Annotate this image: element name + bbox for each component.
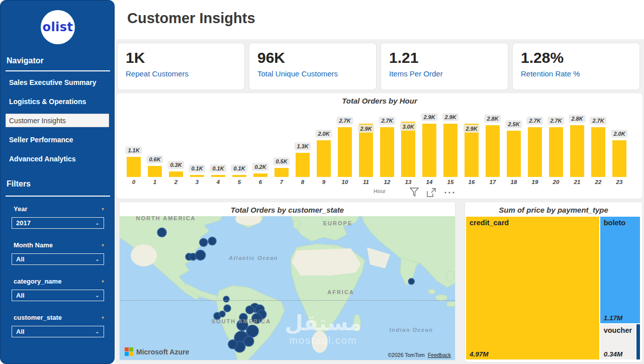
- bar[interactable]: [190, 175, 204, 177]
- bar-column-hour-10: 2.7K10: [334, 108, 355, 177]
- bar[interactable]: [317, 140, 331, 177]
- bar-data-label: 2.0K: [611, 130, 627, 138]
- chevron-down-icon[interactable]: ▾: [102, 242, 104, 248]
- chevron-down-icon: ⌄: [95, 256, 100, 262]
- bar[interactable]: [169, 171, 183, 177]
- filter-dropdown-year[interactable]: 2017⌄: [12, 217, 104, 229]
- bar[interactable]: [549, 127, 563, 177]
- bar-data-label: 0.1K: [210, 164, 226, 172]
- world-map[interactable]: NORTH AMERICA EUROPE AFRICA SOUTH AMERIC…: [120, 216, 455, 360]
- azure-logo: Microsoft Azure: [125, 347, 189, 356]
- bar-column-hour-19: 2.7K19: [524, 108, 545, 177]
- filter-selected-value: All: [16, 292, 25, 299]
- bar-data-label: 2.9K: [442, 113, 458, 121]
- chevron-down-icon[interactable]: ▾: [102, 315, 104, 320]
- map-bubble[interactable]: [224, 305, 231, 312]
- label-africa: AFRICA: [327, 289, 354, 295]
- map-bubble[interactable]: [219, 311, 225, 317]
- map-bubble[interactable]: [208, 237, 216, 245]
- x-axis-tick: 13: [398, 179, 419, 185]
- x-axis-tick: 12: [377, 179, 398, 185]
- filter-dropdown-customer-state[interactable]: All⌄: [12, 326, 104, 337]
- bar[interactable]: [486, 125, 500, 177]
- treemap-tile-voucher[interactable]: voucher 0.34M: [600, 324, 635, 359]
- bar-column-hour-2: 0.3K2: [165, 108, 187, 177]
- bar-column-hour-11: 2.9K11: [355, 108, 377, 177]
- treemap-tile-credit-card[interactable]: credit_card 4.97M: [466, 217, 599, 359]
- filter-dropdown-category-name[interactable]: All⌄: [12, 290, 104, 301]
- bar-column-hour-21: 2.8K21: [567, 108, 588, 177]
- bar[interactable]: [274, 168, 289, 177]
- treemap-tile-small[interactable]: [636, 324, 640, 359]
- filters-heading: Filters: [7, 179, 31, 189]
- bar[interactable]: [507, 131, 521, 177]
- bar-column-hour-3: 0.1K3: [187, 108, 208, 177]
- map-bubble[interactable]: [246, 306, 254, 314]
- kpi-value: 1K: [126, 49, 236, 66]
- kpi-card-repeat-customers: 1KRepeat Customers: [118, 43, 244, 89]
- chevron-down-icon: ⌄: [95, 220, 100, 226]
- label-indian-ocean: Indian Ocean: [389, 327, 433, 333]
- kpi-value: 96K: [257, 49, 368, 66]
- map-bubble[interactable]: [408, 279, 414, 285]
- bar-column-hour-23: 2.0K23: [609, 108, 630, 177]
- bar-column-hour-5: 0.1K5: [229, 108, 250, 177]
- map-bubble[interactable]: [200, 238, 208, 246]
- chevron-down-icon[interactable]: ▾: [102, 206, 104, 212]
- bar-chart-xaxis-title: Hour: [117, 188, 642, 194]
- x-axis-tick: 16: [461, 179, 482, 185]
- bar-data-label: 1.3K: [294, 142, 311, 150]
- bar[interactable]: [127, 157, 141, 177]
- bar-data-label: 0.1K: [189, 164, 205, 172]
- label-europe: EUROPE: [323, 220, 352, 226]
- filter-funnel-icon[interactable]: [409, 187, 419, 198]
- kpi-card-items-per-order: 1.21Items Per Order: [381, 43, 508, 89]
- bar-column-hour-14: 2.9K14: [419, 108, 440, 177]
- focus-mode-icon[interactable]: [426, 187, 437, 198]
- more-options-icon[interactable]: [443, 187, 455, 198]
- bar[interactable]: [232, 175, 246, 177]
- bar[interactable]: [591, 127, 605, 177]
- treemap-tile-boleto[interactable]: boleto 1.17M: [600, 217, 640, 323]
- bar[interactable]: [253, 173, 267, 177]
- bar[interactable]: [422, 124, 436, 177]
- label-south-america: SOUTH AMERICA: [212, 318, 271, 324]
- bar-data-label: 2.8K: [484, 115, 501, 123]
- sidebar-item-customer-insights[interactable]: Customer Insights: [1, 113, 115, 132]
- kpi-value: 1.28%: [521, 49, 631, 66]
- map-bubble[interactable]: [223, 296, 229, 302]
- bar[interactable]: [211, 175, 225, 177]
- map-bubble[interactable]: [246, 325, 258, 337]
- feedback-link[interactable]: Feedback: [428, 352, 451, 358]
- kpi-label: Retention Rate %: [521, 69, 631, 78]
- bar[interactable]: [570, 125, 584, 177]
- kpi-value: 1.21: [389, 49, 500, 66]
- bar[interactable]: [148, 166, 162, 177]
- sidebar-item-advanced-analytics[interactable]: Advanced Analytics: [1, 151, 115, 170]
- kpi-card-retention-rate: 1.28%Retention Rate %: [513, 43, 639, 89]
- tile-name: credit_card: [470, 219, 509, 227]
- filter-dropdown-month-name[interactable]: All⌄: [12, 253, 104, 265]
- map-bubble[interactable]: [196, 250, 206, 260]
- bar[interactable]: [612, 140, 626, 177]
- chevron-down-icon[interactable]: ▾: [102, 279, 104, 284]
- bar[interactable]: [338, 127, 352, 177]
- map-bubble[interactable]: [228, 340, 237, 349]
- page-title: Customer Insights: [127, 10, 255, 27]
- sidebar-item-sales-executive-summary[interactable]: Sales Executive Summary: [1, 75, 115, 94]
- bar[interactable]: [296, 153, 310, 177]
- map-bubble[interactable]: [157, 228, 166, 237]
- sidebar-item-seller-performance[interactable]: Seller Performance: [1, 132, 115, 151]
- bar[interactable]: [443, 124, 457, 177]
- bar-data-label: 2.9K: [421, 113, 437, 121]
- map-title: Total Orders by customer_state: [120, 206, 455, 214]
- x-axis-tick: 7: [271, 179, 292, 185]
- visual-hover-toolbar: [409, 187, 455, 198]
- tile-value: 1.17M: [604, 314, 623, 322]
- sidebar-item-logistics-operations[interactable]: Logistics & Operations: [1, 94, 115, 113]
- bar[interactable]: [380, 127, 394, 177]
- bar-data-label: 2.7K: [590, 117, 606, 125]
- navigator-divider: [6, 70, 110, 71]
- bar-data-label: 0.6K: [146, 155, 163, 163]
- bar[interactable]: [528, 127, 542, 177]
